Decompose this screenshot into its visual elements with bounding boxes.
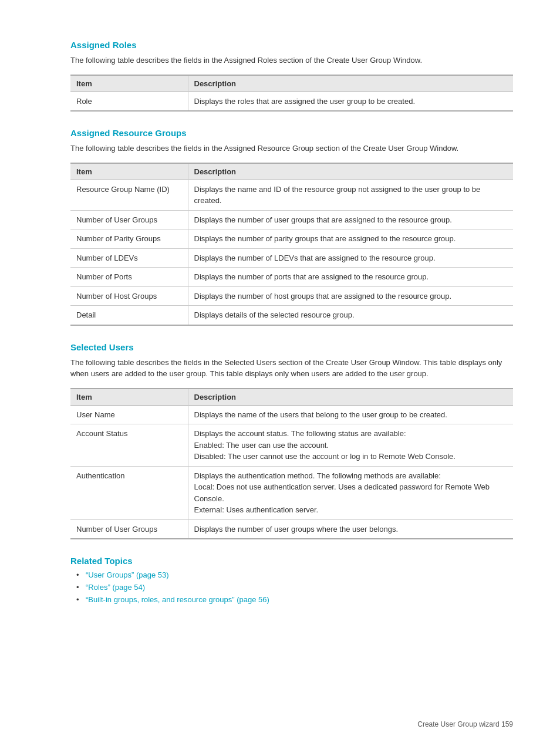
table-cell-desc: Displays the name of the users that belo… <box>188 405 513 424</box>
table-row: Number of LDEVsDisplays the number of LD… <box>70 248 513 268</box>
table-cell-item: Account Status <box>70 424 188 467</box>
selected-users-section: Selected Users The following table descr… <box>70 342 513 540</box>
col-desc-header-2: Description <box>188 163 513 180</box>
related-topics-heading: Related Topics <box>70 556 513 566</box>
table-row: Number of User GroupsDisplays the number… <box>70 210 513 229</box>
table-cell-desc: Displays the roles that are assigned the… <box>188 92 513 111</box>
table-cell-desc: Displays the number of ports that are as… <box>188 268 513 287</box>
related-topic-link[interactable]: “User Groups” (page 53) <box>86 571 169 579</box>
selected-users-table: Item Description User NameDisplays the n… <box>70 388 513 540</box>
assigned-roles-table: Item Description RoleDisplays the roles … <box>70 75 513 112</box>
col-item-header-3: Item <box>70 389 188 406</box>
table-row: AuthenticationDisplays the authenticatio… <box>70 466 513 519</box>
selected-users-heading: Selected Users <box>70 342 513 352</box>
assigned-resource-groups-section: Assigned Resource Groups The following t… <box>70 128 513 326</box>
table-row: Number of Host GroupsDisplays the number… <box>70 286 513 306</box>
assigned-roles-section: Assigned Roles The following table descr… <box>70 40 513 112</box>
list-item[interactable]: “Built-in groups, roles, and resource gr… <box>76 595 513 604</box>
related-topics-list: “User Groups” (page 53)“Roles” (page 54)… <box>70 571 513 604</box>
table-cell-item: Number of User Groups <box>70 210 188 229</box>
list-item[interactable]: “Roles” (page 54) <box>76 583 513 592</box>
table-cell-item: Number of Parity Groups <box>70 229 188 249</box>
table-cell-desc: Displays the name and ID of the resource… <box>188 180 513 210</box>
assigned-resource-groups-table: Item Description Resource Group Name (ID… <box>70 163 513 326</box>
col-item-header-2: Item <box>70 163 188 180</box>
table-cell-item: Resource Group Name (ID) <box>70 180 188 210</box>
page-footer: Create User Group wizard 159 <box>417 720 513 728</box>
table-cell-item: Authentication <box>70 466 188 519</box>
table-cell-item: Number of Ports <box>70 268 188 287</box>
table-row: Number of User GroupsDisplays the number… <box>70 519 513 539</box>
table-cell-desc: Displays the account status. The followi… <box>188 424 513 467</box>
table-cell-item: Number of Host Groups <box>70 286 188 306</box>
table-cell-item: Number of User Groups <box>70 519 188 539</box>
col-desc-header-1: Description <box>188 75 513 92</box>
table-row: User NameDisplays the name of the users … <box>70 405 513 424</box>
table-row: RoleDisplays the roles that are assigned… <box>70 92 513 111</box>
assigned-roles-heading: Assigned Roles <box>70 40 513 50</box>
table-cell-desc: Displays the number of host groups that … <box>188 286 513 306</box>
table-cell-desc: Displays the number of user groups where… <box>188 519 513 539</box>
table-cell-desc: Displays the authentication method. The … <box>188 466 513 519</box>
table-row: Account StatusDisplays the account statu… <box>70 424 513 467</box>
table-cell-item: User Name <box>70 405 188 424</box>
table-row: DetailDisplays details of the selected r… <box>70 306 513 325</box>
table-cell-item: Number of LDEVs <box>70 248 188 268</box>
table-row: Resource Group Name (ID)Displays the nam… <box>70 180 513 210</box>
list-item[interactable]: “User Groups” (page 53) <box>76 571 513 579</box>
related-topic-link[interactable]: “Roles” (page 54) <box>86 583 145 592</box>
selected-users-desc: The following table describes the fields… <box>70 357 513 380</box>
table-cell-item: Role <box>70 92 188 111</box>
table-cell-desc: Displays details of the selected resourc… <box>188 306 513 325</box>
table-row: Number of PortsDisplays the number of po… <box>70 268 513 287</box>
assigned-resource-groups-desc: The following table describes the fields… <box>70 143 513 154</box>
col-item-header-1: Item <box>70 75 188 92</box>
assigned-roles-desc: The following table describes the fields… <box>70 55 513 66</box>
assigned-resource-groups-heading: Assigned Resource Groups <box>70 128 513 138</box>
table-cell-item: Detail <box>70 306 188 325</box>
table-cell-desc: Displays the number of LDEVs that are as… <box>188 248 513 268</box>
related-topics-section: Related Topics “User Groups” (page 53)“R… <box>70 556 513 604</box>
table-row: Number of Parity GroupsDisplays the numb… <box>70 229 513 249</box>
table-cell-desc: Displays the number of user groups that … <box>188 210 513 229</box>
col-desc-header-3: Description <box>188 389 513 406</box>
table-cell-desc: Displays the number of parity groups tha… <box>188 229 513 249</box>
related-topic-link[interactable]: “Built-in groups, roles, and resource gr… <box>86 595 269 604</box>
